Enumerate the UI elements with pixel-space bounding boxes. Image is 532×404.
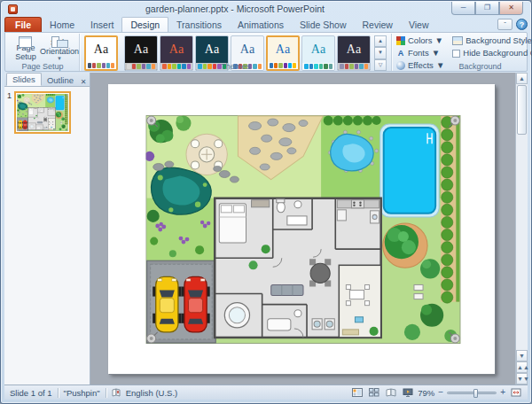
zoom-slider[interactable] xyxy=(447,392,497,394)
background-styles-icon xyxy=(452,36,463,45)
slide-canvas[interactable] xyxy=(90,73,515,385)
separator xyxy=(58,388,59,398)
slide-sorter-button[interactable] xyxy=(367,387,380,399)
zoom-slider-thumb[interactable] xyxy=(473,389,478,398)
group-themes: Aa Aa Aa Aa Aa xyxy=(80,34,392,71)
window-title: garden-planner.pptx - Microsoft PowerPoi… xyxy=(37,4,433,14)
help-button[interactable]: ? xyxy=(516,19,528,30)
zoom-level[interactable]: 79% xyxy=(418,388,434,398)
slides-panel-tabs: Slides Outline ✕ xyxy=(4,73,90,87)
slides-panel: Slides Outline ✕ 1 xyxy=(4,73,90,385)
slide-orientation-button[interactable]: Slide Orientation ▼ xyxy=(43,35,76,61)
colors-icon xyxy=(396,36,405,45)
tab-home[interactable]: Home xyxy=(42,18,82,32)
slide-number: 1 xyxy=(7,91,12,100)
maximize-button[interactable]: ❐ xyxy=(475,2,499,15)
tab-slides[interactable]: Slides xyxy=(6,73,42,86)
group-label-background: Background xyxy=(392,62,532,71)
previous-slide-button[interactable]: ▲▲ xyxy=(516,361,528,373)
tab-insert[interactable]: Insert xyxy=(82,18,121,32)
minimize-ribbon-button[interactable]: ˆ xyxy=(497,19,512,30)
theme-aa: Aa xyxy=(125,36,157,63)
slide-orientation-icon xyxy=(50,35,69,38)
tab-view[interactable]: View xyxy=(401,18,437,32)
themes-scroll-up-button[interactable]: ▲ xyxy=(374,35,387,47)
group-page-setup: Page Setup Slide Orientation ▼ Page Setu… xyxy=(6,34,80,71)
title-bar[interactable]: garden-planner.pptx - Microsoft PowerPoi… xyxy=(2,2,530,17)
close-button[interactable]: ✕ xyxy=(499,2,523,15)
close-panel-icon[interactable]: ✕ xyxy=(79,78,88,86)
tab-transitions[interactable]: Transitions xyxy=(168,18,230,32)
tab-review[interactable]: Review xyxy=(355,18,401,32)
normal-view-button[interactable] xyxy=(350,387,364,399)
page-setup-button[interactable]: Page Setup xyxy=(9,35,43,61)
spellcheck-icon[interactable] xyxy=(112,388,121,397)
themes-scroll-down-button[interactable]: ▼ xyxy=(374,47,387,58)
workspace: Slides Outline ✕ 1 ▲ ▼ xyxy=(4,73,528,385)
slide-thumbnail-1[interactable] xyxy=(14,91,71,134)
slide-thumbnail-list: 1 xyxy=(4,87,90,385)
theme-aa: Aa xyxy=(302,36,334,63)
next-slide-button[interactable]: ▼▼ xyxy=(516,373,528,385)
slideshow-view-button[interactable] xyxy=(401,387,414,399)
tab-slideshow[interactable]: Slide Show xyxy=(292,18,355,32)
scroll-down-button[interactable]: ▼ xyxy=(516,350,528,361)
theme-colors-button[interactable]: Colors ▼ xyxy=(395,35,446,46)
ribbon-tab-bar: File Home Insert Design Transitions Anim… xyxy=(4,17,528,32)
slide[interactable] xyxy=(108,84,495,374)
theme-aa: Aa xyxy=(338,36,370,63)
checkbox-icon[interactable] xyxy=(452,50,460,58)
status-bar: Slide 1 of 1 "Pushpin" English (U.S.) 79… xyxy=(4,385,528,400)
theme-aa: Aa xyxy=(160,36,192,63)
minimize-button[interactable]: ─ xyxy=(451,2,475,15)
scrollbar-thumb[interactable] xyxy=(517,85,527,135)
group-background: Colors ▼ A Fonts ▼ Effects ▼ xyxy=(392,34,532,71)
theme-aa: Aa xyxy=(268,37,298,62)
group-label-page-setup: Page Setup xyxy=(6,62,79,71)
scroll-up-button[interactable]: ▲ xyxy=(516,73,528,84)
zoom-in-button[interactable]: + xyxy=(500,388,505,397)
tab-outline[interactable]: Outline xyxy=(42,74,79,86)
tab-animations[interactable]: Animations xyxy=(230,18,292,32)
background-styles-button[interactable]: Background Styles ▼ xyxy=(450,35,532,46)
theme-aa: Aa xyxy=(86,37,116,62)
vertical-scrollbar: ▲ ▼ ▲▲ ▼▼ xyxy=(515,73,528,385)
theme-aa: Aa xyxy=(231,36,263,63)
fit-to-window-button[interactable] xyxy=(509,387,522,399)
powerpoint-window: garden-planner.pptx - Microsoft PowerPoi… xyxy=(0,0,532,404)
dropdown-arrow-icon: ▼ xyxy=(57,56,62,61)
tab-file[interactable]: File xyxy=(4,17,42,32)
hide-background-graphics-checkbox[interactable]: Hide Background Graphics xyxy=(450,48,532,58)
theme-fonts-button[interactable]: A Fonts ▼ xyxy=(395,48,446,58)
dropdown-arrow-icon: ▼ xyxy=(434,36,442,45)
theme-aa: Aa xyxy=(196,36,228,63)
garden-plan-image[interactable] xyxy=(145,115,461,344)
ribbon: Page Setup Slide Orientation ▼ Page Setu… xyxy=(4,32,528,72)
slide-indicator: Slide 1 of 1 xyxy=(10,388,52,398)
page-setup-icon xyxy=(16,35,35,43)
group-label-themes: Themes xyxy=(80,62,391,71)
themes-gallery: Aa Aa Aa Aa Aa xyxy=(82,35,388,61)
reading-view-button[interactable] xyxy=(384,387,397,399)
zoom-out-button[interactable]: − xyxy=(438,388,443,397)
fonts-icon: A xyxy=(396,49,405,58)
tab-design[interactable]: Design xyxy=(121,17,168,32)
dropdown-arrow-icon: ▼ xyxy=(432,49,440,58)
theme-name: "Pushpin" xyxy=(64,388,100,398)
language-indicator[interactable]: English (U.S.) xyxy=(126,388,178,398)
separator xyxy=(106,388,106,398)
slide-thumbnail-image xyxy=(17,94,68,131)
powerpoint-app-icon[interactable] xyxy=(8,4,18,14)
